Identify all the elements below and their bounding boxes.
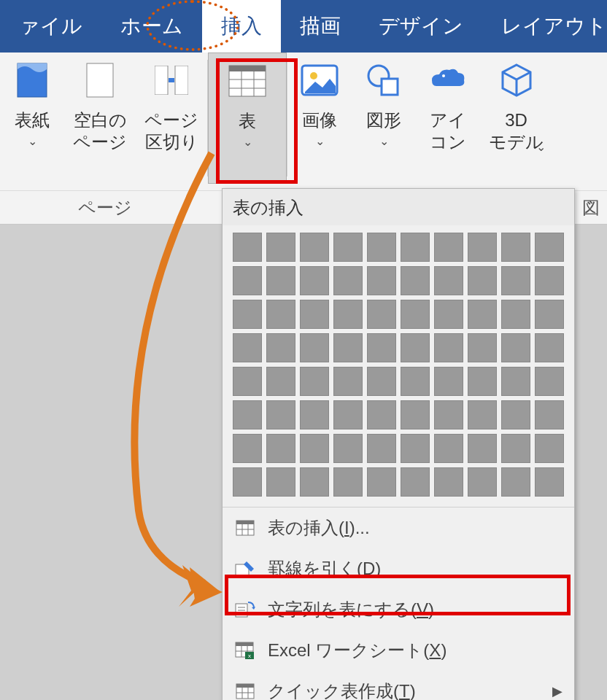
menu-convert-text-to-table[interactable]: 文字列を表にする(V)... bbox=[223, 589, 574, 630]
table-grid-cell[interactable] bbox=[434, 333, 463, 362]
table-grid-cell[interactable] bbox=[468, 400, 497, 429]
table-grid-cell[interactable] bbox=[434, 400, 463, 429]
table-grid-cell[interactable] bbox=[468, 434, 497, 463]
tab-file[interactable]: ァイル bbox=[0, 0, 101, 52]
table-grid-cell[interactable] bbox=[535, 434, 564, 463]
icons-button[interactable]: アイ コン bbox=[416, 52, 480, 184]
table-grid-cell[interactable] bbox=[300, 266, 329, 295]
table-grid-cell[interactable] bbox=[266, 467, 295, 497]
table-grid-cell[interactable] bbox=[367, 333, 396, 362]
table-grid-cell[interactable] bbox=[333, 467, 363, 497]
blank-page-button[interactable]: 空白の ページ bbox=[64, 52, 136, 184]
table-grid-cell[interactable] bbox=[333, 233, 363, 262]
table-grid-cell[interactable] bbox=[468, 367, 497, 396]
table-grid-cell[interactable] bbox=[367, 233, 396, 262]
table-grid-cell[interactable] bbox=[333, 300, 363, 329]
table-grid-cell[interactable] bbox=[233, 467, 262, 497]
table-grid-cell[interactable] bbox=[367, 367, 396, 396]
menu-draw-table[interactable]: 罫線を引く(D) bbox=[223, 548, 574, 589]
table-grid-cell[interactable] bbox=[535, 333, 564, 362]
menu-insert-table[interactable]: 表の挿入(I)... bbox=[223, 508, 574, 548]
table-grid-cell[interactable] bbox=[300, 300, 329, 329]
menu-excel-worksheet[interactable]: x Excel ワークシート(X) bbox=[223, 630, 574, 671]
table-grid-cell[interactable] bbox=[233, 233, 262, 262]
pictures-button[interactable]: 画像 ⌄ bbox=[287, 52, 352, 184]
table-grid-cell[interactable] bbox=[266, 300, 295, 329]
table-grid-cell[interactable] bbox=[401, 367, 430, 396]
table-grid-cell[interactable] bbox=[501, 400, 530, 429]
cover-page-button[interactable]: 表紙 ⌄ bbox=[0, 52, 64, 184]
table-grid-cell[interactable] bbox=[266, 434, 295, 463]
tab-home[interactable]: ホーム bbox=[101, 0, 202, 52]
table-grid-cell[interactable] bbox=[333, 266, 363, 295]
table-grid-cell[interactable] bbox=[266, 233, 295, 262]
table-grid-cell[interactable] bbox=[434, 300, 463, 329]
model3d-button[interactable]: 3D モデル ⌄ bbox=[480, 52, 552, 184]
table-grid-cell[interactable] bbox=[300, 333, 329, 362]
table-grid-cell[interactable] bbox=[401, 467, 430, 497]
table-button[interactable]: 表 ⌄ bbox=[208, 52, 287, 184]
table-grid-cell[interactable] bbox=[401, 434, 430, 463]
shapes-button[interactable]: 図形 ⌄ bbox=[352, 52, 416, 184]
table-grid-cell[interactable] bbox=[501, 266, 530, 295]
table-grid-cell[interactable] bbox=[300, 233, 329, 262]
table-grid-cell[interactable] bbox=[233, 300, 262, 329]
tab-layout[interactable]: レイアウト bbox=[482, 0, 607, 52]
table-grid-cell[interactable] bbox=[233, 367, 262, 396]
table-grid-cell[interactable] bbox=[233, 333, 262, 362]
table-grid-cell[interactable] bbox=[300, 467, 329, 497]
table-grid-cell[interactable] bbox=[401, 266, 430, 295]
tab-draw[interactable]: 描画 bbox=[281, 0, 360, 52]
table-grid-cell[interactable] bbox=[367, 266, 396, 295]
table-grid-cell[interactable] bbox=[535, 367, 564, 396]
table-grid-cell[interactable] bbox=[434, 266, 463, 295]
table-grid-cell[interactable] bbox=[367, 300, 396, 329]
table-grid-cell[interactable] bbox=[333, 333, 363, 362]
table-grid-cell[interactable] bbox=[266, 333, 295, 362]
table-grid-cell[interactable] bbox=[501, 467, 530, 497]
table-grid-cell[interactable] bbox=[434, 233, 463, 262]
table-grid-cell[interactable] bbox=[266, 400, 295, 429]
table-grid-cell[interactable] bbox=[434, 367, 463, 396]
table-grid-cell[interactable] bbox=[401, 333, 430, 362]
table-grid-cell[interactable] bbox=[333, 434, 363, 463]
table-grid-cell[interactable] bbox=[233, 434, 262, 463]
table-grid-cell[interactable] bbox=[401, 233, 430, 262]
table-grid-cell[interactable] bbox=[468, 333, 497, 362]
table-grid-cell[interactable] bbox=[300, 434, 329, 463]
table-grid-cell[interactable] bbox=[401, 400, 430, 429]
table-grid-cell[interactable] bbox=[300, 400, 329, 429]
table-grid-cell[interactable] bbox=[501, 233, 530, 262]
menu-quick-tables[interactable]: クイック表作成(T) ▶ bbox=[223, 671, 574, 700]
table-grid-cell[interactable] bbox=[233, 400, 262, 429]
table-grid-cell[interactable] bbox=[434, 434, 463, 463]
table-grid-cell[interactable] bbox=[434, 467, 463, 497]
table-grid-cell[interactable] bbox=[367, 434, 396, 463]
tab-design[interactable]: デザイン bbox=[360, 0, 482, 52]
table-grid-cell[interactable] bbox=[535, 467, 564, 497]
table-grid-cell[interactable] bbox=[501, 434, 530, 463]
table-grid-cell[interactable] bbox=[367, 400, 396, 429]
table-grid-cell[interactable] bbox=[468, 467, 497, 497]
table-grid-cell[interactable] bbox=[535, 300, 564, 329]
table-grid-cell[interactable] bbox=[367, 467, 396, 497]
table-grid-cell[interactable] bbox=[535, 400, 564, 429]
table-size-grid[interactable] bbox=[223, 225, 574, 507]
table-grid-cell[interactable] bbox=[266, 266, 295, 295]
table-grid-cell[interactable] bbox=[233, 266, 262, 295]
table-grid-cell[interactable] bbox=[501, 300, 530, 329]
tab-insert[interactable]: 挿入 bbox=[202, 0, 281, 52]
table-grid-cell[interactable] bbox=[468, 266, 497, 295]
table-grid-cell[interactable] bbox=[535, 233, 564, 262]
table-grid-cell[interactable] bbox=[333, 367, 363, 396]
table-grid-cell[interactable] bbox=[333, 400, 363, 429]
table-grid-cell[interactable] bbox=[266, 367, 295, 396]
table-grid-cell[interactable] bbox=[401, 300, 430, 329]
page-break-button[interactable]: ページ 区切り bbox=[136, 52, 207, 184]
table-grid-cell[interactable] bbox=[468, 233, 497, 262]
table-grid-cell[interactable] bbox=[468, 300, 497, 329]
table-grid-cell[interactable] bbox=[300, 367, 329, 396]
table-grid-cell[interactable] bbox=[501, 367, 530, 396]
table-grid-cell[interactable] bbox=[535, 266, 564, 295]
table-grid-cell[interactable] bbox=[501, 333, 530, 362]
